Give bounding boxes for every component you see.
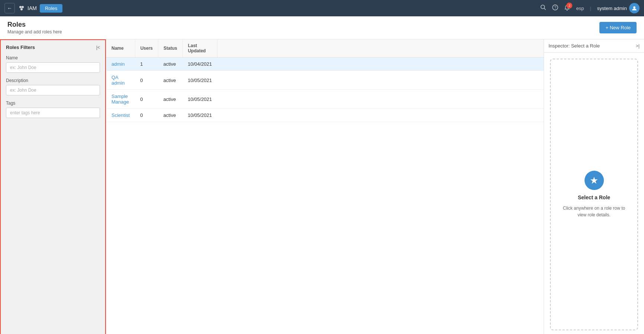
locale-label: esp — [576, 6, 584, 11]
role-status-cell: active — [158, 71, 183, 90]
col-users: Users — [135, 39, 158, 58]
table-header-row: Name Users Status Last Updated — [106, 39, 544, 58]
role-users-cell: 0 — [135, 90, 158, 109]
svg-point-1 — [22, 6, 24, 8]
page-title: Roles — [7, 21, 62, 29]
name-filter-field: Name — [6, 55, 100, 73]
role-name-link[interactable]: Sample Manage — [111, 94, 129, 105]
name-filter-label: Name — [6, 55, 100, 60]
help-icon[interactable]: ? — [552, 4, 558, 12]
svg-text:?: ? — [554, 6, 557, 10]
role-name-cell[interactable]: QA admin — [106, 71, 135, 90]
table-row[interactable]: Scientist0active10/05/2021 — [106, 109, 544, 122]
filters-header: Roles Filters |< — [6, 45, 100, 50]
inspector-title: Inspector: Select a Role — [548, 43, 600, 49]
role-name-cell[interactable]: admin — [106, 58, 135, 71]
tags-filter-field: Tags — [6, 101, 100, 118]
role-users-cell: 1 — [135, 58, 158, 71]
role-lastupdated-cell: 10/05/2021 — [182, 71, 217, 90]
name-filter-input[interactable] — [6, 62, 100, 73]
role-name-link[interactable]: Scientist — [111, 112, 130, 118]
brand-icon — [18, 4, 25, 12]
nav-actions: ? 2 esp | system admin — [540, 3, 640, 13]
main-layout: Roles Filters |< Name Description Tags N… — [0, 39, 644, 334]
top-navigation: ← IAM Roles ? — [0, 0, 644, 16]
col-status: Status — [158, 39, 183, 58]
page-title-section: Roles Manage and add roles here — [7, 21, 62, 35]
role-lastupdated-cell: 10/04/2021 — [182, 58, 217, 71]
role-users-cell: 0 — [135, 109, 158, 122]
notification-badge: 2 — [566, 3, 572, 9]
row-spacer — [217, 58, 544, 71]
col-spacer — [217, 39, 544, 58]
inspector-empty-state: ★ Select a Role Click anywhere on a role… — [550, 59, 638, 330]
roles-table: Name Users Status Last Updated admin1act… — [106, 39, 544, 122]
inspector-collapse-button[interactable]: >| — [636, 43, 640, 49]
role-name-cell[interactable]: Sample Manage — [106, 90, 135, 109]
row-spacer — [217, 71, 544, 90]
new-role-button[interactable]: + New Role — [599, 22, 637, 33]
inspector-empty-title: Select a Role — [578, 194, 610, 200]
role-name-cell[interactable]: Scientist — [106, 109, 135, 122]
col-last-updated: Last Updated — [182, 39, 217, 58]
brand-label: IAM — [27, 5, 37, 11]
role-name-link[interactable]: admin — [111, 61, 124, 67]
table-row[interactable]: Sample Manage0active10/05/2021 — [106, 90, 544, 109]
notifications-button[interactable]: 2 — [564, 5, 570, 12]
svg-point-0 — [19, 6, 22, 8]
brand: IAM — [18, 4, 37, 12]
role-name-link[interactable]: QA admin — [111, 75, 124, 86]
role-users-cell: 0 — [135, 71, 158, 90]
user-menu[interactable]: system admin — [597, 3, 640, 13]
role-status-cell: active — [158, 109, 183, 122]
inspector-empty-desc: Click anywhere on a role row to view rol… — [558, 205, 630, 218]
user-avatar — [629, 3, 640, 13]
page-header: Roles Manage and add roles here + New Ro… — [0, 16, 644, 39]
role-lastupdated-cell: 10/05/2021 — [182, 109, 217, 122]
svg-point-7 — [633, 6, 635, 9]
row-spacer — [217, 109, 544, 122]
filters-collapse-button[interactable]: |< — [96, 45, 100, 50]
role-lastupdated-cell: 10/05/2021 — [182, 90, 217, 109]
back-icon: ← — [7, 5, 12, 11]
back-button[interactable]: ← — [4, 3, 15, 13]
search-icon[interactable] — [540, 4, 546, 12]
role-status-cell: active — [158, 58, 183, 71]
description-filter-field: Description — [6, 78, 100, 95]
module-button[interactable]: Roles — [40, 4, 62, 13]
svg-line-4 — [544, 9, 546, 10]
role-status-cell: active — [158, 90, 183, 109]
nav-divider: | — [590, 6, 591, 11]
inspector-content: ★ Select a Role Click anywhere on a role… — [544, 53, 644, 334]
inspector-header: Inspector: Select a Role >| — [544, 39, 644, 53]
description-filter-input[interactable] — [6, 85, 100, 95]
filters-title: Roles Filters — [6, 45, 35, 50]
table-row[interactable]: QA admin0active10/05/2021 — [106, 71, 544, 90]
inspector-panel: Inspector: Select a Role >| ★ Select a R… — [544, 39, 644, 334]
table-row[interactable]: admin1active10/04/2021 — [106, 58, 544, 71]
tags-filter-label: Tags — [6, 101, 100, 106]
content-area: Name Users Status Last Updated admin1act… — [106, 39, 544, 334]
star-icon: ★ — [585, 171, 604, 190]
description-filter-label: Description — [6, 78, 100, 83]
filters-panel: Roles Filters |< Name Description Tags — [0, 39, 106, 334]
user-name: system admin — [597, 6, 627, 11]
col-name: Name — [106, 39, 135, 58]
svg-point-2 — [20, 8, 23, 10]
tags-filter-input[interactable] — [6, 108, 100, 118]
page-subtitle: Manage and add roles here — [7, 29, 62, 35]
row-spacer — [217, 90, 544, 109]
